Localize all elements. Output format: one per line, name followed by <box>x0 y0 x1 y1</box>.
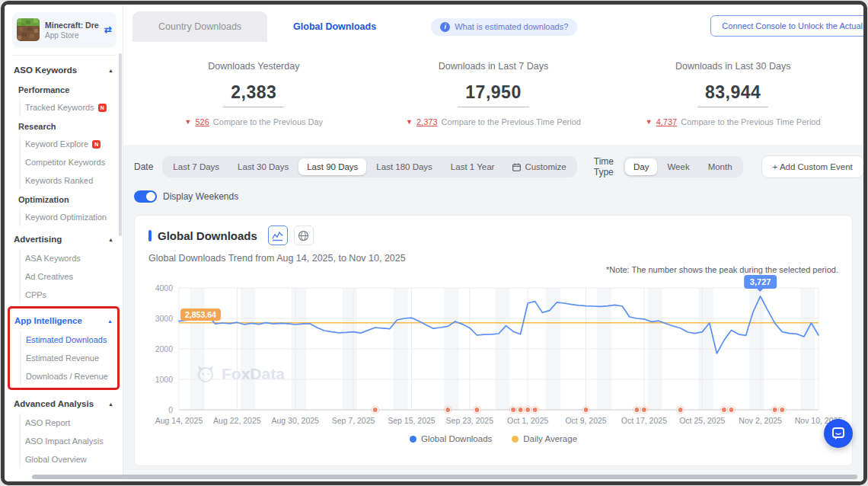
stat-change: ▼526Compare to the Previous Day <box>185 117 324 126</box>
legend-label: Global Downloads <box>421 434 492 443</box>
tab-global-downloads[interactable]: Global Downloads <box>267 11 402 42</box>
legend-item-global-downloads[interactable]: Global Downloads <box>410 434 492 443</box>
sidebar-item-global-overview[interactable]: Global Overview <box>12 450 116 468</box>
event-marker-dot[interactable] <box>721 407 726 412</box>
chart-note: *Note: The number shows the peak during … <box>148 265 838 274</box>
sidebar-item-keyword-optimization[interactable]: Keyword Optimization <box>12 208 116 226</box>
sidebar-item-label: Global Overview <box>25 455 87 464</box>
title-accent-bar <box>148 230 152 241</box>
filter-row: Date Last 7 DaysLast 30 DaysLast 90 Days… <box>134 155 853 178</box>
sidebar-nav: ASO Keywords▲PerformanceTracked Keywords… <box>12 59 116 468</box>
event-marker-dot[interactable] <box>510 407 515 412</box>
tab-country-downloads[interactable]: Country Downloads <box>132 11 267 42</box>
date-option-label: Last 7 Days <box>173 162 219 171</box>
sidebar-section-advanced-analysis[interactable]: Advanced Analysis▲ <box>12 392 116 414</box>
date-option-label: Last 30 Days <box>238 162 289 171</box>
sidebar-section-advertising[interactable]: Advertising▲ <box>12 228 116 249</box>
add-custom-event-button[interactable]: + Add Custom Event <box>761 155 864 178</box>
triangle-down-icon: ▼ <box>185 118 192 126</box>
stat-change: ▼2,373Compare to the Previous Time Perio… <box>406 117 581 126</box>
info-icon: i <box>440 22 450 32</box>
chart-plot-area[interactable]: FoxData 01000200030004000Aug 14, 2025Aug… <box>148 274 838 431</box>
sidebar-section-aso-keywords[interactable]: ASO Keywords▲ <box>12 59 116 80</box>
line-chart-view-button[interactable] <box>268 225 288 245</box>
chart-card-header: Global Downloads <box>148 225 838 246</box>
event-marker-dot[interactable] <box>518 407 523 412</box>
event-marker-dot[interactable] <box>445 407 451 412</box>
sidebar-item-ad-creatives[interactable]: Ad Creatives <box>12 267 116 286</box>
switch-app-icon[interactable]: ⇄ <box>104 24 112 35</box>
time-type-option-week[interactable]: Week <box>659 158 697 175</box>
sidebar-section-label: Advertising <box>14 235 62 244</box>
globe-view-button[interactable] <box>294 225 314 245</box>
globe-icon <box>298 230 309 241</box>
stat-change-value: 2,373 <box>416 117 438 126</box>
legend-item-daily-average[interactable]: Daily Average <box>512 434 577 443</box>
sidebar-group-advanced-analysis: Advanced Analysis▲ASO ReportASO Impact A… <box>12 392 116 468</box>
main-content: Country DownloadsGlobal Downloads i What… <box>123 5 863 481</box>
event-marker-dot[interactable] <box>532 407 538 412</box>
stat-compare-text: Compare to the Previous Day <box>213 117 323 126</box>
event-marker-dot[interactable] <box>678 407 683 412</box>
app-selector[interactable]: Minecraft: Dre... App Store ⇄ <box>12 12 116 47</box>
stat-value: 2,383 <box>223 82 284 107</box>
event-marker-dot[interactable] <box>474 407 480 412</box>
date-option-last-30-days[interactable]: Last 30 Days <box>229 158 297 175</box>
sidebar-item-asa-keywords[interactable]: ASA Keywords <box>12 249 116 267</box>
sidebar-item-aso-impact-analysis[interactable]: ASO Impact Analysis <box>12 432 116 450</box>
info-pill-label: What is estimated downloads? <box>455 22 568 31</box>
connect-console-button[interactable]: Connect Console to Unlock the Actual <box>710 15 863 37</box>
sidebar-item-estimated-revenue[interactable]: Estimated Revenue <box>13 349 116 367</box>
stats-summary: Downloads Yesterday2,383▼526Compare to t… <box>134 52 853 136</box>
date-option-last-90-days[interactable]: Last 90 Days <box>298 158 366 175</box>
app-window: Minecraft: Dre... App Store ⇄ ASO Keywor… <box>1 1 867 485</box>
time-type-option-day[interactable]: Day <box>625 158 657 175</box>
sidebar-item-cpps[interactable]: CPPs <box>12 286 116 304</box>
chat-widget-button[interactable] <box>824 419 853 448</box>
date-option-label: Last 90 Days <box>307 162 358 171</box>
x-axis-label: Oct 25, 2025 <box>679 416 725 425</box>
date-option-last-1-year[interactable]: Last 1 Year <box>442 158 503 175</box>
sidebar-section-app-intelligence[interactable]: App Intelligence▲ <box>13 309 116 331</box>
event-marker-dot[interactable] <box>780 407 785 412</box>
sidebar-item-downloads-revenue[interactable]: Downloads / Revenue <box>13 367 116 385</box>
sidebar-item-tracked-keywords[interactable]: Tracked KeywordsN <box>12 98 116 117</box>
event-marker-dot[interactable] <box>729 407 734 412</box>
date-option-customize[interactable]: Customize <box>504 158 574 175</box>
date-option-last-7-days[interactable]: Last 7 Days <box>164 158 228 175</box>
sidebar-scrollbar[interactable] <box>119 53 122 236</box>
chart-subtitle: Global Downloads Trend from Aug 14, 2025… <box>148 253 838 264</box>
event-marker-dot[interactable] <box>634 407 640 412</box>
x-axis-label: Oct 1, 2025 <box>507 416 548 425</box>
event-marker-dot[interactable] <box>525 407 531 412</box>
sidebar-item-label: ASO Impact Analysis <box>25 436 104 446</box>
sidebar-item-label: Keywords Ranked <box>25 176 93 185</box>
sidebar-item-aso-report[interactable]: ASO Report <box>12 414 116 432</box>
sidebar-item-keyword-explore[interactable]: Keyword ExploreN <box>12 135 116 153</box>
chat-bubble-icon <box>831 426 846 441</box>
event-marker-dot[interactable] <box>641 407 646 412</box>
date-option-last-180-days[interactable]: Last 180 Days <box>368 158 441 175</box>
chart-title: Global Downloads <box>158 229 257 242</box>
event-marker-dot[interactable] <box>372 407 378 412</box>
estimated-downloads-info-pill[interactable]: i What is estimated downloads? <box>431 18 577 36</box>
stat-downloads-in-last-30-days: Downloads in Last 30 Days83,944▼4,737Com… <box>613 52 853 136</box>
x-axis-label: Aug 14, 2025 <box>155 416 203 425</box>
downloads-trend-svg[interactable] <box>179 285 820 414</box>
new-badge: N <box>98 104 107 112</box>
sidebar-item-competitor-keywords[interactable]: Competitor Keywords <box>12 153 116 171</box>
horizontal-scrollbar[interactable] <box>32 475 857 479</box>
sidebar-item-keywords-ranked[interactable]: Keywords Ranked <box>12 171 116 190</box>
display-weekends-label: Display Weekends <box>163 191 238 202</box>
date-range-segmented-control: Last 7 DaysLast 30 DaysLast 90 DaysLast … <box>162 156 576 177</box>
triangle-down-icon: ▼ <box>646 118 653 126</box>
sidebar-item-estimated-downloads[interactable]: Estimated Downloads <box>13 331 116 349</box>
display-weekends-toggle[interactable] <box>134 190 157 203</box>
legend-label: Daily Average <box>523 434 577 443</box>
time-type-option-month[interactable]: Month <box>700 158 741 175</box>
event-marker-dot[interactable] <box>772 407 777 412</box>
app-meta: Minecraft: Dre... App Store <box>45 21 99 40</box>
display-weekends-row: Display Weekends <box>134 190 853 203</box>
stat-value: 17,950 <box>458 82 528 107</box>
event-marker-dot[interactable] <box>583 407 589 412</box>
